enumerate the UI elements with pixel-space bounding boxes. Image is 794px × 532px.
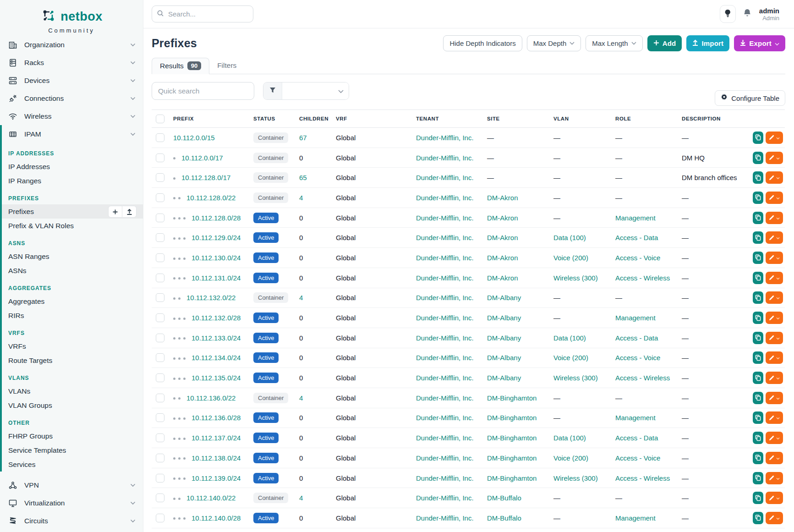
clone-button[interactable] [753,231,763,244]
tab-results[interactable]: Results 90 [152,58,209,74]
role-link[interactable]: Access - Voice [615,354,660,362]
edit-dropdown-button[interactable] [766,411,783,424]
sidebar-item-devices[interactable]: Devices [0,71,143,89]
sidebar-item-organization[interactable]: Organization [0,36,143,54]
sidebar-item-rirs[interactable]: RIRs [2,308,143,323]
column-header-vrf[interactable]: VRF [334,110,414,128]
sidebar-item-vlan-groups[interactable]: VLAN Groups [2,398,143,412]
edit-dropdown-button[interactable] [766,192,783,204]
clone-button[interactable] [753,312,763,324]
column-header-children[interactable]: CHILDREN [297,110,334,128]
tab-filters[interactable]: Filters [209,58,244,74]
children-link[interactable]: 4 [299,294,303,302]
sidebar-item-services[interactable]: Services [2,457,143,472]
row-checkbox[interactable] [156,274,164,282]
clone-button[interactable] [753,132,763,144]
sidebar-item-ip-ranges[interactable]: IP Ranges [2,174,143,188]
vlan-link[interactable]: Data (100) [553,434,586,442]
row-checkbox[interactable] [156,373,164,382]
vlan-link[interactable]: Voice (200) [553,454,588,462]
role-link[interactable]: Access - Voice [615,454,660,462]
clone-button[interactable] [753,392,763,404]
vlan-link[interactable]: Wireless (300) [553,274,598,282]
tenant-link[interactable]: Dunder-Mifflin, Inc. [416,214,474,222]
sidebar-item-asns[interactable]: ASNs [2,263,143,278]
add-button[interactable]: Add [647,35,682,51]
sidebar-item-ipam[interactable]: IPAM [2,125,143,143]
tenant-link[interactable]: Dunder-Mifflin, Inc. [416,374,474,382]
clone-button[interactable] [753,272,763,284]
site-link[interactable]: DM-Albany [487,334,521,342]
site-link[interactable]: DM-Akron [487,214,518,222]
edit-dropdown-button[interactable] [766,372,783,384]
edit-dropdown-button[interactable] [766,492,783,504]
max-length-dropdown[interactable]: Max Length [586,35,642,51]
import-button[interactable]: Import [686,35,729,51]
sidebar-item-racks[interactable]: Racks [0,54,143,71]
vlan-link[interactable]: Voice (200) [553,354,588,362]
role-link[interactable]: Management [615,214,656,222]
prefix-link[interactable]: 10.112.137.0/24 [192,434,241,442]
notifications-button[interactable] [743,8,752,20]
prefix-link[interactable]: 10.112.130.0/24 [192,254,241,262]
role-link[interactable]: Management [615,414,656,422]
site-link[interactable]: DM-Binghamton [487,454,537,462]
clone-button[interactable] [753,351,763,364]
tenant-link[interactable]: Dunder-Mifflin, Inc. [416,394,474,402]
site-link[interactable]: DM-Akron [487,274,518,282]
tenant-link[interactable]: Dunder-Mifflin, Inc. [416,494,474,502]
tenant-link[interactable]: Dunder-Mifflin, Inc. [416,134,474,142]
sidebar-item-wireless[interactable]: Wireless [0,107,143,125]
search-input[interactable] [168,10,241,18]
tenant-link[interactable]: Dunder-Mifflin, Inc. [416,414,474,422]
edit-dropdown-button[interactable] [766,472,783,484]
tenant-link[interactable]: Dunder-Mifflin, Inc. [416,314,474,322]
vlan-link[interactable]: Data (100) [553,334,586,342]
edit-dropdown-button[interactable] [766,132,783,144]
column-header-prefix[interactable]: PREFIX [171,110,252,128]
column-header-vlan[interactable]: VLAN [552,110,613,128]
site-link[interactable]: DM-Binghamton [487,414,537,422]
site-link[interactable]: DM-Akron [487,254,518,262]
site-link[interactable]: DM-Buffalo [487,514,521,522]
column-header-status[interactable]: STATUS [252,110,297,128]
max-depth-dropdown[interactable]: Max Depth [527,35,581,51]
row-checkbox[interactable] [156,154,164,162]
row-checkbox[interactable] [156,394,164,402]
prefix-link[interactable]: 10.112.135.0/24 [192,374,241,382]
sidebar-item-virtualization[interactable]: Virtualization [0,494,143,512]
prefix-link[interactable]: 10.112.0.0/15 [173,134,215,142]
row-checkbox[interactable] [156,474,164,483]
sidebar-item-ip-addresses[interactable]: IP Addresses [2,159,143,174]
edit-dropdown-button[interactable] [766,432,783,444]
row-checkbox[interactable] [156,133,164,142]
clone-button[interactable] [753,452,763,464]
sidebar-item-route-targets[interactable]: Route Targets [2,353,143,367]
clone-button[interactable] [753,192,763,204]
tenant-link[interactable]: Dunder-Mifflin, Inc. [416,234,474,241]
role-link[interactable]: Access - Voice [615,254,660,262]
edit-dropdown-button[interactable] [766,332,783,344]
clone-button[interactable] [753,252,763,264]
role-link[interactable]: Management [615,514,656,522]
edit-dropdown-button[interactable] [766,392,783,404]
edit-dropdown-button[interactable] [766,272,783,284]
clone-button[interactable] [753,212,763,224]
quick-add-button[interactable] [108,206,122,218]
tenant-link[interactable]: Dunder-Mifflin, Inc. [416,174,474,181]
prefix-link[interactable]: 10.112.129.0/24 [192,234,241,241]
prefix-link[interactable]: 10.112.140.0/22 [186,494,235,502]
children-link[interactable]: 4 [299,394,303,402]
row-checkbox[interactable] [156,514,164,522]
theme-toggle-button[interactable] [720,5,736,23]
site-link[interactable]: DM-Binghamton [487,474,537,482]
column-header-role[interactable]: ROLE [613,110,680,128]
sidebar-item-vpn[interactable]: VPN [0,476,143,494]
tenant-link[interactable]: Dunder-Mifflin, Inc. [416,254,474,262]
hide-depth-indicators-button[interactable]: Hide Depth Indicators [443,35,522,51]
brand[interactable]: netbox Community [0,0,143,36]
sidebar-item-prefixes[interactable]: Prefixes [2,204,143,219]
clone-button[interactable] [753,171,763,184]
row-checkbox[interactable] [156,233,164,242]
edit-dropdown-button[interactable] [766,252,783,264]
